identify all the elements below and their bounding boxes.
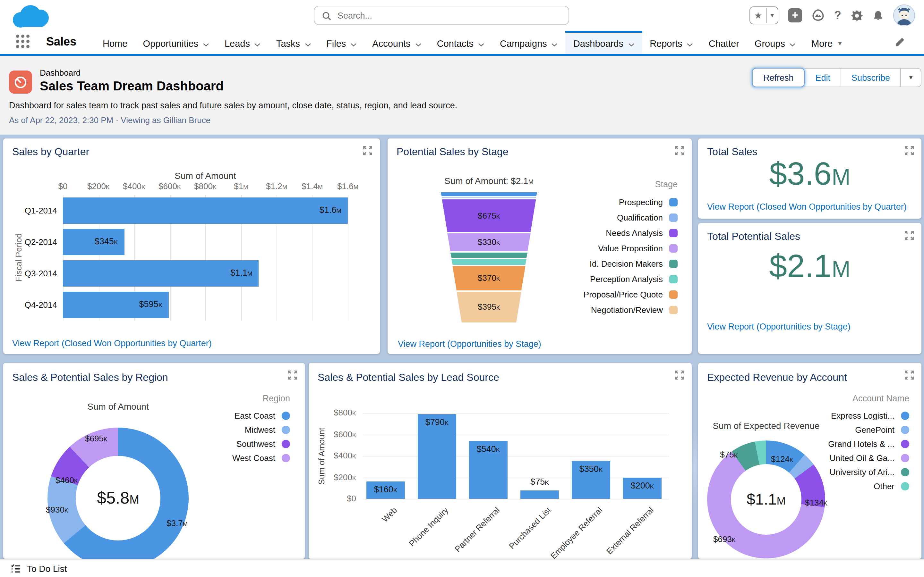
donut-total-label: $1.1M [746,490,785,508]
legend-item: Needs Analysis [606,225,678,240]
edit-button[interactable]: Edit [804,68,842,87]
funnel-segment-id-decision-makers[interactable] [441,253,537,258]
legend-swatch-icon [669,198,678,206]
search-input[interactable] [336,10,544,21]
trailhead-icon[interactable] [812,9,825,22]
axis-tick-label: $600K [318,429,356,439]
funnel-segment-proposal-price-quote[interactable]: $370K [441,266,537,290]
donut-chart-account: Sum of Expected Revenue$124K$134K$693K$7… [698,363,921,559]
funnel-segment-perception-analysis[interactable] [441,259,537,265]
tab-home[interactable]: Home [95,31,135,54]
legend-item: Grand Hotels & ... [828,437,909,451]
funnel: $675K$330K$370K$395K [441,192,537,328]
tab-reports[interactable]: Reports [642,31,701,54]
todo-list-dock[interactable]: To Do List [0,559,924,577]
todo-list-label: To Do List [27,564,67,574]
favorites-control[interactable]: ★ ▼ [750,6,779,24]
favorites-dropdown-icon[interactable]: ▼ [767,12,778,19]
funnel-value-label: $330K [441,234,537,252]
record-type-label: Dashboard [40,68,81,77]
y-axis-title: Fiscal Period [14,193,23,322]
view-report-link[interactable]: View Report (Opportunities by Stage) [707,322,851,332]
axis-tick-label: $800K [318,408,356,417]
legend-item: Prospecting [619,194,678,210]
view-report-link[interactable]: View Report (Closed Won Opportunities by… [707,202,907,211]
slice-value-label: $693K [713,534,736,544]
more-actions-dropdown-icon[interactable]: ▼ [901,68,921,87]
bar-value-label: $200K [617,480,668,490]
tab-files[interactable]: Files [318,31,365,54]
expand-icon[interactable] [905,231,914,240]
legend-swatch-icon [669,290,678,298]
legend-item: Id. Decision Makers [590,256,678,271]
dashboard-meta: As of Apr 22, 2023, 2:30 PM · Viewing as… [9,115,210,125]
legend-swatch-icon [901,454,909,462]
funnel-segment-qualification[interactable] [441,197,537,198]
axis-tick-label: $1M [222,181,260,191]
legend-title: Account Name [853,394,909,403]
help-icon[interactable]: ? [834,9,841,22]
setup-gear-icon[interactable] [851,9,863,21]
metric-value: $3.6M [698,155,921,192]
view-report-link[interactable]: View Report (Opportunities by Stage) [398,339,541,349]
legend-item: Express Logisti... [831,408,909,422]
widget-expected-revenue-by-account: Expected Revenue by Account Sum of Expec… [698,363,921,559]
notifications-bell-icon[interactable] [873,10,884,21]
legend-swatch-icon [669,244,678,252]
dashboard-header: Dashboard Sales Team Dream Dashboard Das… [0,56,924,135]
legend-item: University of Ari... [830,465,909,479]
tab-contacts[interactable]: Contacts [429,31,492,54]
search-icon [321,11,332,21]
legend-swatch-icon [901,411,909,420]
tab-opportunities[interactable]: Opportunities [135,31,217,54]
legend-item: Perception Analysis [590,271,678,287]
axis-tick-label: $1.2M [257,181,296,191]
expand-icon[interactable] [905,146,914,155]
global-add-icon[interactable]: + [788,8,802,23]
edit-nav-pencil-icon[interactable] [895,37,905,47]
bar-purchased-list[interactable] [520,491,559,499]
global-header: ★ ▼ + ? [0,0,924,31]
favorite-star-icon[interactable]: ★ [750,8,766,23]
legend-swatch-icon [669,229,678,237]
dashboard-description: Dashboard for sales team to track past s… [9,101,457,110]
app-nav-bar: Sales HomeOpportunitiesLeadsTasksFilesAc… [0,31,924,56]
legend-item: West Coast [232,451,290,465]
tab-groups[interactable]: Groups [747,31,804,54]
legend-swatch-icon [901,482,909,490]
x-category-label: Web [324,505,399,559]
tab-more[interactable]: More▼ [804,31,851,54]
view-report-link[interactable]: View Report (Closed Won Opportunities by… [12,338,212,348]
nav-tabs: HomeOpportunitiesLeadsTasksFilesAccounts… [95,31,851,54]
tab-campaigns[interactable]: Campaigns [492,31,565,54]
funnel-segment-negotiation-review[interactable]: $395K [441,292,537,322]
tab-dashboards[interactable]: Dashboards [565,31,642,54]
axis-tick-label: $800K [186,181,225,191]
funnel-segment-value-proposition[interactable]: $330K [441,234,537,251]
user-avatar[interactable] [893,5,915,26]
tab-tasks[interactable]: Tasks [268,31,318,54]
axis-tick-label: $0 [44,181,82,191]
slice-value-label: $930K [46,505,68,514]
slice-value-label: $3.7M [166,518,188,528]
legend-swatch-icon [282,425,290,434]
gridline [363,456,669,456]
tab-accounts[interactable]: Accounts [365,31,429,54]
funnel-chart: Sum of Amount: $2.1M$675K$330K$370K$395K… [388,139,692,354]
chart-title: Sum of Amount [22,401,214,412]
funnel-segment-prospecting[interactable] [441,192,537,196]
bar-value-label: $540K [463,444,514,454]
subscribe-button[interactable]: Subscribe [841,68,901,87]
legend-swatch-icon [669,275,678,283]
bar-value-label: $345K [63,237,118,246]
funnel-segment-needs-analysis[interactable]: $675K [441,199,537,232]
tab-chatter[interactable]: Chatter [701,31,747,54]
global-search[interactable] [314,6,569,25]
tab-leads[interactable]: Leads [217,31,268,54]
legend-swatch-icon [669,306,678,314]
slice-value-label: $695K [85,434,107,443]
axis-tick-label: $200K [79,181,118,191]
refresh-button[interactable]: Refresh [752,68,804,87]
legend-swatch-icon [901,440,909,448]
app-launcher-waffle-icon[interactable] [16,35,31,50]
